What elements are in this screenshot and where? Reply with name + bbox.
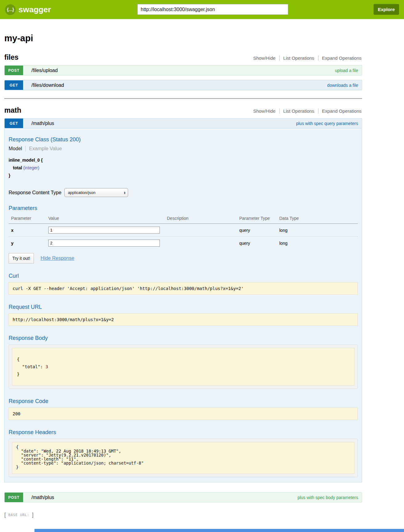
page-title: my-api (4, 33, 362, 43)
model-prop-type: (integer) (23, 165, 39, 170)
col-parameter: Parameter (9, 215, 47, 224)
operation-path[interactable]: /math/plus (31, 495, 54, 500)
http-method-badge-get: GET (5, 80, 23, 90)
response-headers-json: { "date": "Wed, 22 Aug 2018 18:49:13 GMT… (12, 442, 354, 474)
header-bar: {…} swagger Explore (0, 0, 404, 19)
operation-summary[interactable]: plus with spec query parameters (296, 121, 358, 126)
request-url-value: http://localhost:3000/math/plus?x=1&y=2 (9, 313, 358, 326)
response-content-type-label: Response Content Type (9, 190, 61, 195)
response-code-value: 200 (9, 408, 358, 420)
operation-path[interactable]: /files/upload (31, 68, 58, 73)
param-description (166, 224, 238, 237)
operation-row-post-files-upload[interactable]: POST /files/upload upload a file (4, 65, 362, 75)
param-name: y (9, 237, 47, 250)
header-line: } (16, 465, 350, 469)
http-method-badge-post: POST (5, 493, 23, 502)
section-math: math Show/Hide List Operations Expand Op… (4, 106, 362, 502)
base-url-footer: [ BASE URL: ] (4, 512, 362, 518)
response-headers-heading: Response Headers (9, 429, 358, 436)
response-class-tabs: Model Example Value (9, 146, 358, 151)
tab-example-value[interactable]: Example Value (25, 146, 62, 151)
request-url-heading: Request URL (9, 304, 358, 310)
header-line: "content-type": "application/json; chars… (16, 461, 350, 465)
table-row-param-x: x query long (9, 224, 358, 237)
param-data-type: long (278, 224, 358, 237)
table-row-param-y: y query long (9, 237, 358, 250)
response-body-heading: Response Body (9, 335, 358, 341)
bracket-close: ] (30, 512, 34, 518)
param-name: x (9, 224, 47, 237)
col-description: Description (166, 215, 238, 224)
response-code-heading: Response Code (9, 398, 358, 405)
response-body-json: { "total": 3} (12, 348, 354, 385)
select-value: application/json (68, 190, 95, 195)
api-url-input[interactable] (137, 4, 288, 15)
section-controls-math: Show/Hide List Operations Expand Operati… (249, 108, 362, 114)
response-headers-block: { "date": "Wed, 22 Aug 2018 18:49:13 GMT… (9, 439, 358, 477)
base-url-label: BASE URL: (7, 513, 30, 517)
tab-model[interactable]: Model (9, 146, 22, 151)
swagger-logo[interactable]: {…} swagger (5, 4, 51, 15)
bracket-open: [ (4, 512, 7, 518)
col-data-type: Data Type (278, 215, 358, 224)
http-method-badge-get: GET (5, 119, 23, 128)
footer-bar (34, 529, 404, 532)
http-method-badge-post: POST (5, 66, 23, 75)
response-body-block: { "total": 3} (9, 345, 358, 389)
operation-summary[interactable]: plus with spec body parameters (297, 495, 358, 500)
param-description (166, 237, 238, 250)
model-signature: inline_model_0 { total (integer) } (9, 156, 358, 179)
operation-row-get-math-plus[interactable]: GET /math/plus plus with spec query para… (4, 118, 362, 128)
section-divider (4, 98, 362, 99)
operation-path[interactable]: /files/download (31, 83, 64, 88)
model-prop-name: total (13, 165, 22, 170)
list-operations-link[interactable]: List Operations (279, 55, 318, 61)
section-title-math[interactable]: math (4, 106, 21, 115)
operation-summary[interactable]: downloads a file (327, 83, 358, 88)
expand-operations-link[interactable]: Expand Operations (318, 108, 362, 114)
operation-row-post-math-plus[interactable]: POST /math/plus plus with spec body para… (4, 492, 362, 502)
show-hide-link[interactable]: Show/Hide (249, 55, 279, 61)
swagger-logo-text: swagger (18, 5, 51, 14)
show-hide-link[interactable]: Show/Hide (249, 108, 279, 114)
hide-response-link[interactable]: Hide Response (41, 256, 74, 261)
section-title-files[interactable]: files (4, 53, 18, 62)
col-parameter-type: Parameter Type (238, 215, 278, 224)
json-number-value: 3 (46, 364, 48, 369)
list-operations-link[interactable]: List Operations (279, 108, 318, 114)
param-y-input[interactable] (48, 240, 160, 247)
section-controls-files: Show/Hide List Operations Expand Operati… (249, 55, 362, 61)
parameters-table: Parameter Value Description Parameter Ty… (9, 215, 358, 249)
curl-command: curl -X GET --header 'Accept: applicatio… (9, 282, 358, 295)
swagger-logo-icon: {…} (5, 4, 16, 15)
json-key: "total": (17, 364, 46, 369)
model-close-brace: } (9, 172, 358, 179)
json-open-brace: { (17, 356, 349, 363)
response-class-heading: Response Class (Status 200) (9, 136, 358, 143)
response-content-type-select[interactable]: application/json ▲▼ (64, 188, 128, 197)
operation-path[interactable]: /math/plus (31, 121, 54, 126)
operation-summary[interactable]: upload a file (335, 68, 358, 73)
json-close-brace: } (17, 370, 349, 378)
try-it-out-button[interactable]: Try it out! (9, 253, 34, 264)
param-data-type: long (278, 237, 358, 250)
select-arrows-icon: ▲▼ (123, 191, 126, 194)
operation-panel-get-math-plus: Response Class (Status 200) Model Exampl… (4, 128, 362, 482)
parameters-heading: Parameters (9, 205, 358, 212)
param-x-input[interactable] (48, 227, 160, 234)
section-files: files Show/Hide List Operations Expand O… (4, 53, 362, 90)
col-value: Value (47, 215, 166, 224)
model-name: inline_model_0 { (9, 156, 358, 164)
param-type: query (238, 224, 278, 237)
operation-row-get-files-download[interactable]: GET /files/download downloads a file (4, 80, 362, 90)
main-content: my-api files Show/Hide List Operations E… (4, 33, 362, 518)
param-type: query (238, 237, 278, 250)
expand-operations-link[interactable]: Expand Operations (318, 55, 362, 61)
curl-heading: Curl (9, 273, 358, 279)
explore-button[interactable]: Explore (374, 4, 399, 15)
